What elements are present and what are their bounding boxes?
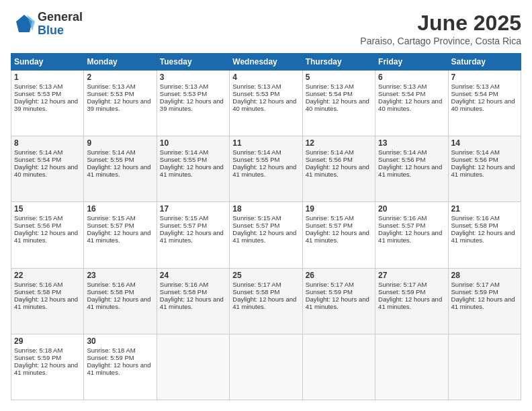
sunset-text: Sunset: 5:56 PM: [451, 156, 498, 163]
day-number: 2: [87, 73, 153, 82]
daylight-text: Daylight: 12 hours and 41 minutes.: [306, 229, 369, 244]
main-title: June 2025: [360, 11, 521, 36]
day-number: 25: [232, 271, 299, 280]
calendar-cell: 17Sunrise: 5:15 AMSunset: 5:57 PMDayligh…: [157, 202, 229, 268]
sunset-text: Sunset: 5:55 PM: [160, 156, 207, 163]
day-number: 14: [451, 138, 518, 148]
sunrise-text: Sunrise: 5:17 AM: [306, 281, 354, 288]
calendar-cell: 4Sunrise: 5:13 AMSunset: 5:53 PMDaylight…: [230, 71, 302, 136]
calendar-cell: 30Sunrise: 5:18 AMSunset: 5:59 PMDayligh…: [84, 334, 157, 400]
calendar-cell: 6Sunrise: 5:13 AMSunset: 5:54 PMDaylight…: [375, 71, 448, 136]
calendar-week-row: 1Sunrise: 5:13 AMSunset: 5:53 PMDaylight…: [11, 71, 521, 136]
calendar-week-row: 15Sunrise: 5:15 AMSunset: 5:56 PMDayligh…: [11, 202, 521, 268]
day-number: 27: [378, 271, 445, 280]
daylight-text: Daylight: 12 hours and 41 minutes.: [14, 361, 78, 376]
calendar-cell: 11Sunrise: 5:14 AMSunset: 5:55 PMDayligh…: [230, 136, 302, 202]
calendar-day-header: Monday: [84, 54, 157, 71]
daylight-text: Daylight: 12 hours and 41 minutes.: [378, 295, 442, 310]
sunset-text: Sunset: 5:57 PM: [378, 222, 425, 229]
calendar-cell: 26Sunrise: 5:17 AMSunset: 5:59 PMDayligh…: [302, 268, 375, 334]
calendar-cell: 29Sunrise: 5:18 AMSunset: 5:59 PMDayligh…: [11, 334, 84, 400]
sunset-text: Sunset: 5:57 PM: [160, 222, 207, 229]
calendar-table: SundayMondayTuesdayWednesdayThursdayFrid…: [11, 53, 521, 400]
calendar-cell: [302, 334, 375, 400]
daylight-text: Daylight: 12 hours and 41 minutes.: [14, 295, 78, 310]
sunset-text: Sunset: 5:59 PM: [451, 288, 498, 295]
calendar-cell: [230, 334, 302, 400]
calendar-cell: 24Sunrise: 5:16 AMSunset: 5:58 PMDayligh…: [157, 268, 229, 334]
calendar-cell: [448, 334, 521, 400]
sunset-text: Sunset: 5:59 PM: [306, 288, 353, 295]
day-number: 28: [451, 271, 518, 280]
sunrise-text: Sunrise: 5:16 AM: [87, 281, 135, 288]
daylight-text: Daylight: 12 hours and 41 minutes.: [232, 229, 296, 244]
sunset-text: Sunset: 5:57 PM: [306, 222, 353, 229]
sunset-text: Sunset: 5:58 PM: [14, 288, 61, 295]
calendar-cell: 23Sunrise: 5:16 AMSunset: 5:58 PMDayligh…: [84, 268, 157, 334]
daylight-text: Daylight: 12 hours and 41 minutes.: [378, 229, 442, 244]
daylight-text: Daylight: 12 hours and 39 minutes.: [87, 97, 150, 112]
daylight-text: Daylight: 12 hours and 41 minutes.: [306, 163, 369, 178]
day-number: 24: [160, 271, 226, 280]
calendar-cell: 2Sunrise: 5:13 AMSunset: 5:53 PMDaylight…: [84, 71, 157, 136]
sunset-text: Sunset: 5:55 PM: [87, 156, 134, 163]
daylight-text: Daylight: 12 hours and 41 minutes.: [160, 163, 224, 178]
sunrise-text: Sunrise: 5:14 AM: [14, 148, 62, 156]
daylight-text: Daylight: 12 hours and 41 minutes.: [160, 295, 224, 310]
day-number: 20: [378, 204, 445, 214]
sunset-text: Sunset: 5:56 PM: [306, 156, 353, 163]
sunset-text: Sunset: 5:59 PM: [87, 354, 134, 361]
daylight-text: Daylight: 12 hours and 41 minutes.: [87, 163, 150, 178]
sunset-text: Sunset: 5:57 PM: [232, 222, 279, 229]
logo-blue-text: Blue: [38, 24, 83, 38]
calendar-cell: 28Sunrise: 5:17 AMSunset: 5:59 PMDayligh…: [448, 268, 521, 334]
sunset-text: Sunset: 5:53 PM: [160, 90, 207, 97]
calendar-day-header: Friday: [375, 54, 448, 71]
sunset-text: Sunset: 5:56 PM: [14, 222, 61, 229]
sunrise-text: Sunrise: 5:14 AM: [87, 148, 135, 156]
day-number: 11: [232, 138, 299, 148]
daylight-text: Daylight: 12 hours and 41 minutes.: [232, 295, 296, 310]
daylight-text: Daylight: 12 hours and 41 minutes.: [232, 163, 296, 178]
calendar-day-header: Wednesday: [230, 54, 302, 71]
daylight-text: Daylight: 12 hours and 41 minutes.: [451, 229, 515, 244]
daylight-text: Daylight: 12 hours and 41 minutes.: [378, 163, 442, 178]
day-number: 26: [306, 271, 372, 280]
sunrise-text: Sunrise: 5:13 AM: [160, 83, 208, 90]
day-number: 7: [451, 73, 518, 82]
sunset-text: Sunset: 5:57 PM: [87, 222, 134, 229]
calendar-cell: 15Sunrise: 5:15 AMSunset: 5:56 PMDayligh…: [11, 202, 84, 268]
sunrise-text: Sunrise: 5:13 AM: [232, 83, 281, 90]
calendar-cell: 16Sunrise: 5:15 AMSunset: 5:57 PMDayligh…: [84, 202, 157, 268]
subtitle: Paraiso, Cartago Province, Costa Rica: [360, 36, 521, 46]
calendar-cell: 27Sunrise: 5:17 AMSunset: 5:59 PMDayligh…: [375, 268, 448, 334]
calendar-cell: 8Sunrise: 5:14 AMSunset: 5:54 PMDaylight…: [11, 136, 84, 202]
daylight-text: Daylight: 12 hours and 40 minutes.: [14, 163, 78, 178]
calendar-cell: 7Sunrise: 5:13 AMSunset: 5:54 PMDaylight…: [448, 71, 521, 136]
sunset-text: Sunset: 5:53 PM: [87, 90, 134, 97]
calendar-week-row: 29Sunrise: 5:18 AMSunset: 5:59 PMDayligh…: [11, 334, 521, 400]
sunrise-text: Sunrise: 5:14 AM: [160, 148, 208, 156]
day-number: 16: [87, 204, 153, 214]
calendar-cell: [157, 334, 229, 400]
day-number: 5: [306, 73, 372, 82]
calendar-cell: 13Sunrise: 5:14 AMSunset: 5:56 PMDayligh…: [375, 136, 448, 202]
sunset-text: Sunset: 5:53 PM: [232, 90, 279, 97]
sunrise-text: Sunrise: 5:14 AM: [306, 148, 354, 156]
calendar-day-header: Saturday: [448, 54, 521, 71]
sunrise-text: Sunrise: 5:16 AM: [160, 281, 208, 288]
sunrise-text: Sunrise: 5:18 AM: [14, 347, 62, 354]
sunset-text: Sunset: 5:54 PM: [306, 90, 353, 97]
calendar-cell: 3Sunrise: 5:13 AMSunset: 5:53 PMDaylight…: [157, 71, 229, 136]
sunset-text: Sunset: 5:54 PM: [378, 90, 425, 97]
sunrise-text: Sunrise: 5:13 AM: [87, 83, 135, 90]
day-number: 17: [160, 204, 226, 214]
sunrise-text: Sunrise: 5:13 AM: [451, 83, 500, 90]
sunrise-text: Sunrise: 5:16 AM: [451, 214, 500, 222]
calendar-day-header: Thursday: [302, 54, 375, 71]
sunrise-text: Sunrise: 5:15 AM: [232, 214, 281, 222]
day-number: 29: [14, 336, 81, 346]
daylight-text: Daylight: 12 hours and 41 minutes.: [160, 229, 224, 244]
sunrise-text: Sunrise: 5:15 AM: [87, 214, 135, 222]
daylight-text: Daylight: 12 hours and 41 minutes.: [306, 295, 369, 310]
